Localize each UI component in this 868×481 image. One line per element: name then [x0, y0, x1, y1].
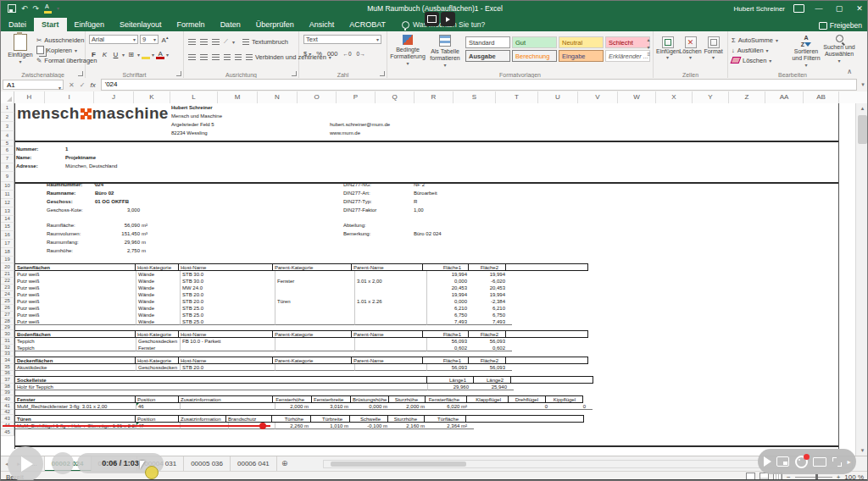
- table-cell[interactable]: Wände: [136, 312, 181, 318]
- row-number-27[interactable]: 27: [1, 312, 14, 318]
- user-name[interactable]: Hubert Schreiner: [734, 5, 785, 13]
- table-cell[interactable]: [275, 285, 355, 291]
- menu-tab-acrobat[interactable]: ACROBAT: [342, 18, 393, 31]
- currency-format-button[interactable]: $ ▾: [303, 50, 311, 58]
- align-right-icon[interactable]: [212, 54, 220, 60]
- table-cell[interactable]: Holz für Teppich: [15, 384, 428, 390]
- find-select-button[interactable]: Suchen und Auswählen▾: [821, 35, 857, 64]
- align-bottom-icon[interactable]: [212, 39, 220, 45]
- room-value[interactable]: 151,450: [95, 231, 140, 236]
- table-cell[interactable]: Putz weiß: [15, 285, 136, 291]
- table-cell[interactable]: 2,000 m: [275, 403, 315, 410]
- table-header-cell[interactable]: Fläche1: [422, 263, 469, 271]
- table-header-cell[interactable]: Brüstungshöhe: [350, 395, 389, 403]
- table-header-cell[interactable]: Parent-Name: [351, 330, 423, 338]
- table-cell[interactable]: [275, 338, 355, 345]
- table-cell[interactable]: STB 25.0: [181, 318, 275, 325]
- table-cell[interactable]: 56,093: [474, 364, 512, 371]
- table-header-cell[interactable]: Parent-Name: [351, 357, 423, 364]
- row-number-14[interactable]: 14: [1, 216, 14, 223]
- row-number-31[interactable]: 31: [1, 338, 14, 345]
- font-color-button[interactable]: A: [156, 50, 164, 58]
- column-header-O[interactable]: O: [298, 91, 337, 103]
- table-header-cell[interactable]: Fläche2: [468, 330, 506, 338]
- table-header-cell[interactable]: Drehflügel: [508, 395, 546, 403]
- table-cell[interactable]: Teppich: [15, 338, 136, 345]
- table-cell[interactable]: 19,994: [474, 291, 512, 298]
- table-cell[interactable]: -6,020: [474, 278, 512, 285]
- row-number-2[interactable]: 2: [1, 113, 14, 122]
- zoom-slider[interactable]: [795, 477, 832, 478]
- table-header-cell[interactable]: Seitenflächen: [14, 263, 136, 271]
- close-button[interactable]: ✕: [854, 4, 865, 13]
- table-cell[interactable]: 0,602: [427, 345, 474, 351]
- increase-decimal-button[interactable]: ←0: [342, 51, 351, 57]
- share-button[interactable]: Freigeben: [819, 21, 862, 30]
- row-number-1[interactable]: 1: [1, 103, 14, 113]
- table-header-cell[interactable]: Bodenflächen: [14, 330, 136, 338]
- din-value[interactable]: R: [414, 199, 417, 204]
- table-cell[interactable]: 6,210: [474, 305, 512, 312]
- table-cell[interactable]: 46: [136, 403, 181, 410]
- gallery-down-icon[interactable]: ▾: [647, 44, 650, 50]
- table-header-cell[interactable]: Sockelleiste: [14, 376, 427, 384]
- table-cell[interactable]: [355, 312, 427, 318]
- menu-tab-ansicht[interactable]: Ansicht: [302, 18, 342, 31]
- table-cell[interactable]: MuM_Rechteckfenster 3-flg: 3.01 x 2,00: [15, 403, 136, 410]
- style-berechnung[interactable]: Berechnung: [512, 50, 557, 62]
- table-header-cell[interactable]: Host-Name: [178, 263, 273, 271]
- table-header-cell[interactable]: Parent-Kategorie: [272, 357, 352, 364]
- maximize-button[interactable]: ▢: [833, 4, 845, 13]
- table-cell[interactable]: 3,010 m: [315, 403, 355, 410]
- table-cell[interactable]: Wände: [136, 285, 181, 291]
- format-tool-icon[interactable]: [44, 5, 52, 13]
- column-header-X[interactable]: X: [656, 91, 693, 103]
- table-cell[interactable]: Putz weiß: [15, 318, 136, 325]
- fullscreen-icon[interactable]: [832, 457, 842, 467]
- font-size-select[interactable]: 9▾: [140, 35, 159, 44]
- table-cell[interactable]: [355, 285, 427, 291]
- expand-formula-bar-icon[interactable]: ▾: [857, 81, 868, 88]
- table-header-cell[interactable]: Brandschutz: [225, 415, 272, 423]
- column-header-K[interactable]: K: [134, 91, 170, 103]
- row-number-16[interactable]: 16: [1, 231, 14, 240]
- autosum-button[interactable]: ΣAutoSumme▾: [732, 35, 778, 45]
- customize-qat-icon[interactable]: ▾: [57, 5, 59, 13]
- table-cell[interactable]: Putz weiß: [15, 298, 136, 305]
- row-number-9[interactable]: 9: [1, 172, 14, 182]
- row-number-11[interactable]: 11: [1, 191, 14, 199]
- align-top-icon[interactable]: [188, 39, 196, 45]
- row-number-43[interactable]: 43: [1, 415, 14, 423]
- row-number-12[interactable]: 12: [1, 199, 14, 207]
- table-cell[interactable]: Putz weiß: [15, 271, 136, 278]
- vertical-scroll-thumb[interactable]: [858, 115, 867, 144]
- table-cell[interactable]: Wände: [136, 305, 181, 312]
- gallery-more-icon[interactable]: ≡: [647, 52, 650, 57]
- table-cell[interactable]: 0,000: [427, 278, 474, 285]
- scroll-up-icon[interactable]: ▴: [856, 103, 868, 113]
- row-number-23[interactable]: 23: [1, 285, 14, 291]
- table-cell[interactable]: 1,010 m: [315, 423, 355, 429]
- project-value[interactable]: 1: [65, 147, 68, 152]
- sort-filter-button[interactable]: AZ Sortieren und Filtern▾: [789, 35, 823, 69]
- column-header-I[interactable]: I: [45, 91, 94, 103]
- room-value[interactable]: 3,000: [95, 207, 140, 213]
- table-cell[interactable]: 2,260 m: [275, 423, 315, 429]
- table-cell[interactable]: Wände: [136, 318, 181, 325]
- style-schlecht[interactable]: Schlecht: [605, 36, 650, 48]
- table-cell[interactable]: 1.01 x 2.26: [355, 298, 427, 305]
- column-header-P[interactable]: P: [337, 91, 376, 103]
- table-cell[interactable]: STB 20.0: [181, 364, 275, 371]
- new-sheet-button[interactable]: ⊕: [277, 456, 292, 472]
- table-cell[interactable]: 7,493: [474, 318, 512, 325]
- video-play-button[interactable]: [8, 446, 43, 481]
- table-cell[interactable]: STB 25.0: [181, 305, 275, 312]
- style-eingabe[interactable]: Eingabe: [559, 50, 604, 62]
- align-center-icon[interactable]: [200, 54, 208, 60]
- number-dialog-launcher[interactable]: [380, 71, 385, 76]
- table-cell[interactable]: 19,994: [427, 291, 474, 298]
- table-header-cell[interactable]: [505, 357, 588, 364]
- delete-cells-button[interactable]: Löschen▾: [679, 36, 702, 60]
- table-cell[interactable]: [474, 403, 516, 410]
- table-header-cell[interactable]: Fensterfläche: [425, 395, 467, 403]
